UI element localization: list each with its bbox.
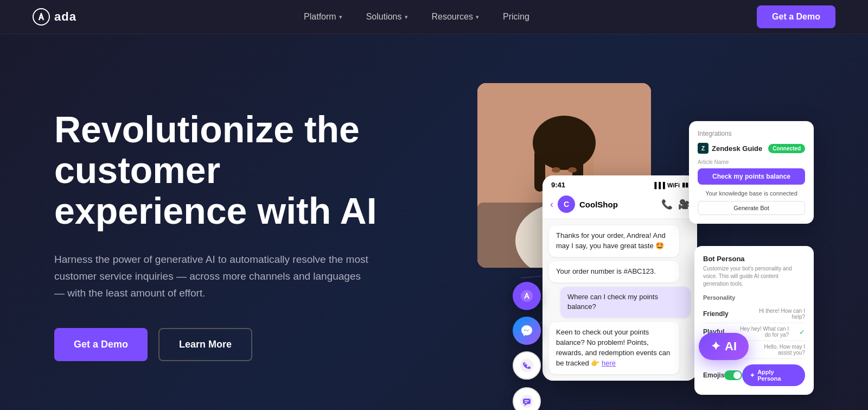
integration-name: Z Zendesk Guide [698, 143, 762, 154]
chevron-down-icon: ▾ [405, 14, 408, 21]
persona-friendly: Friendly Hi there! How can I help? [703, 305, 805, 323]
phone-icon [520, 358, 534, 373]
svg-rect-17 [525, 400, 529, 401]
nav-pricing[interactable]: Pricing [493, 8, 539, 26]
chat-bubble-4: Keen to check out your points balance? N… [549, 322, 679, 374]
messenger-channel-icon [513, 317, 541, 345]
ada-bot-icon-1 [520, 289, 534, 303]
chat-avatar: C [558, 195, 575, 213]
signal-icon: ▐▐▐ [652, 182, 665, 188]
time: 9:41 [551, 181, 565, 189]
back-icon[interactable]: ‹ [550, 199, 553, 210]
sparkle-icon: ✦ [750, 372, 755, 379]
sms-icon [520, 394, 534, 408]
call-icon[interactable]: 📞 [661, 199, 673, 210]
persona-card: Bot Persona Customize your bot's persona… [694, 246, 814, 395]
sparkle-icon: ✦ [711, 339, 720, 354]
chevron-down-icon: ▾ [339, 14, 342, 21]
nav-platform[interactable]: Platform ▾ [294, 8, 352, 26]
navigation: ada Platform ▾ Solutions ▾ Resources ▾ P… [0, 0, 868, 34]
chevron-down-icon: ▾ [476, 14, 479, 21]
hero-get-demo-button[interactable]: Get a Demo [54, 328, 148, 361]
emojis-label: Emojis [703, 371, 724, 379]
ada-logo-icon [33, 8, 50, 26]
integrations-card: Integrations Z Zendesk Guide Connected A… [689, 121, 814, 224]
hero-subtitle: Harness the power of generative AI to au… [54, 251, 369, 302]
chat-header: ‹ C CoolShop 📞 🎥 [542, 192, 697, 219]
chat-mockup: 9:41 ▐▐▐ WiFi ▮▮ ‹ C CoolShop 📞 🎥 Thanks… [542, 175, 697, 381]
chat-bubble-2: Your order number is #ABC123. [549, 261, 679, 282]
status-icons: ▐▐▐ WiFi ▮▮ [652, 181, 688, 188]
chat-link[interactable]: here [602, 359, 616, 367]
svg-rect-16 [523, 399, 531, 404]
article-name-label: Article Name [698, 159, 805, 165]
chat-bubble-1: Thanks for your order, Andrea! And may I… [549, 225, 679, 257]
messenger-icon [519, 323, 534, 338]
logo[interactable]: ada [33, 8, 76, 26]
apply-persona-button[interactable]: ✦ Apply Persona [742, 364, 805, 386]
integrations-title: Integrations [698, 130, 805, 137]
wifi-icon: WiFi [667, 182, 680, 188]
integration-row: Z Zendesk Guide Connected [698, 143, 805, 154]
video-icon[interactable]: 🎥 [678, 199, 690, 210]
sms-channel-icon [513, 387, 541, 410]
persona-section-title: Personality [703, 294, 805, 301]
svg-point-10 [568, 167, 577, 173]
generate-bot-button[interactable]: Generate Bot [698, 201, 805, 215]
phone-channel-icon [513, 351, 541, 380]
nav-solutions[interactable]: Solutions ▾ [356, 8, 418, 26]
persona-title: Bot Persona [703, 255, 805, 263]
ada-circle-icon-1 [513, 282, 541, 310]
battery-icon: ▮▮ [682, 181, 688, 188]
status-bar: 9:41 ▐▐▐ WiFi ▮▮ [542, 175, 697, 192]
connected-badge: Connected [768, 144, 805, 153]
zendesk-icon: Z [698, 143, 709, 154]
persona-footer: Emojis ✦ Apply Persona [703, 364, 805, 386]
check-balance-button[interactable]: Check my points balance [698, 168, 805, 185]
svg-rect-18 [525, 402, 527, 403]
chat-messages: Thanks for your order, Andrea! And may I… [542, 219, 697, 381]
chat-bubble-user: Where can I check my points balance? [560, 287, 691, 318]
persona-desc: Customize your bot's personality and voi… [703, 265, 805, 288]
hero-illustration: 9:41 ▐▐▐ WiFi ▮▮ ‹ C CoolShop 📞 🎥 Thanks… [445, 67, 814, 403]
chat-action-icons: 📞 🎥 [661, 199, 690, 210]
ai-label: AI [725, 339, 737, 354]
svg-point-0 [33, 9, 49, 25]
svg-point-9 [552, 167, 560, 173]
ai-badge: ✦ AI [699, 333, 749, 360]
check-icon: ✓ [799, 328, 805, 336]
shop-name: CoolShop [579, 200, 657, 209]
hero-buttons: Get a Demo Learn More [54, 328, 423, 361]
nav-links: Platform ▾ Solutions ▾ Resources ▾ Prici… [294, 8, 539, 26]
hero-learn-more-button[interactable]: Learn More [158, 328, 252, 361]
nav-get-demo-button[interactable]: Get a Demo [757, 5, 835, 28]
knowledge-connected-text: Your knowledge base is connected [698, 190, 805, 197]
hero-title: Revolutionize the customer experience wi… [54, 109, 423, 231]
hero-content: Revolutionize the customer experience wi… [54, 109, 423, 361]
svg-point-19 [521, 290, 533, 302]
nav-resources[interactable]: Resources ▾ [422, 8, 489, 26]
logo-text: ada [54, 10, 76, 24]
emojis-toggle[interactable] [724, 370, 742, 380]
hero-section: Revolutionize the customer experience wi… [0, 34, 868, 410]
